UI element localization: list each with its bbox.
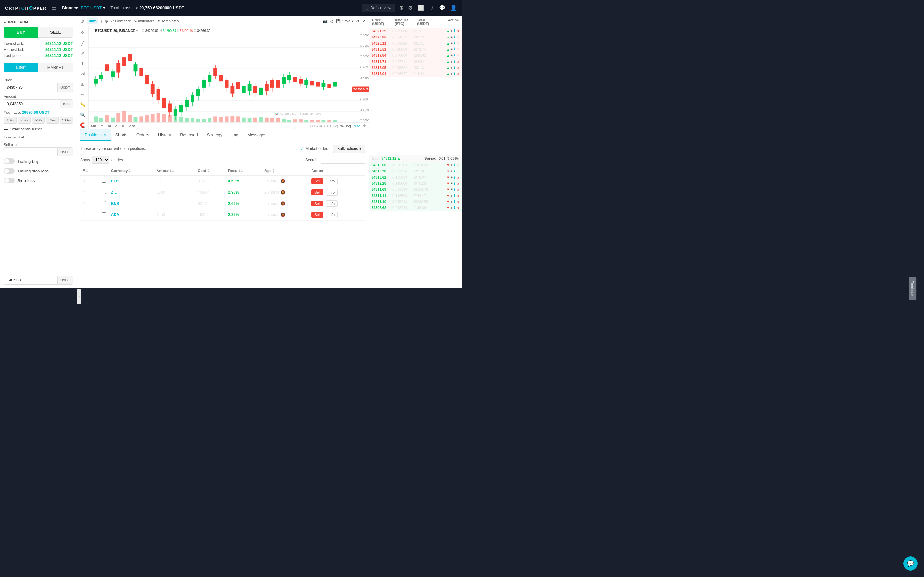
bottom-value-input[interactable] <box>4 276 57 284</box>
bid-row[interactable]: 34316.00 1.626763 55824.00 ▼ + ℹ ✕ <box>369 162 462 168</box>
5d-button[interactable]: 5d <box>113 124 118 128</box>
bid-row[interactable]: 34311.69 0.383390 13154.76 ▼ + ℹ ✕ <box>369 187 462 193</box>
fullscreen-icon[interactable]: ⤢ <box>362 19 365 23</box>
tab-messages[interactable]: Messages <box>243 129 271 141</box>
order-config-toggle[interactable]: — Order configuration <box>4 127 73 131</box>
pct-100-button[interactable]: 100% <box>60 117 73 124</box>
sell-button[interactable]: Sell <box>311 201 323 206</box>
pct-toggle[interactable]: % <box>341 124 344 128</box>
chat-icon[interactable]: 💬 <box>439 5 445 11</box>
pct-50-button[interactable]: 50% <box>32 117 45 124</box>
trailing-buy-toggle[interactable] <box>4 158 15 164</box>
ask-plus-icon[interactable]: + <box>451 41 453 45</box>
ask-row[interactable]: 34318.51 0.040000 1372.74 ▲ + ℹ ✕ <box>369 46 462 52</box>
display-icon[interactable]: ⬜ <box>418 5 424 11</box>
magnet-tool[interactable]: 🧲 <box>79 121 87 129</box>
row-checkbox[interactable] <box>102 179 106 183</box>
exchange-selector[interactable]: Binance: BTC/USDT ▾ <box>62 5 105 10</box>
sell-button[interactable]: Sell <box>311 212 323 218</box>
bulk-actions-button[interactable]: Bulk actions ▾ <box>333 145 365 153</box>
ask-row[interactable]: 34316.05 0.005832 200.13 ▲ + ℹ ✕ <box>369 64 462 71</box>
tab-shorts[interactable]: Shorts <box>111 129 132 141</box>
grid-tool[interactable]: ⊞ <box>79 80 86 88</box>
price-input[interactable] <box>4 83 57 92</box>
forecast-tool[interactable]: ⋈ <box>79 70 86 77</box>
ask-plus-icon[interactable]: + <box>451 60 453 63</box>
ask-row[interactable]: 34317.84 0.270000 9265.82 ▲ + ℹ ✕ <box>369 52 462 58</box>
pct-75-button[interactable]: 75% <box>46 117 59 124</box>
currency-link[interactable]: ETH <box>111 179 119 183</box>
log-toggle[interactable]: log <box>346 124 351 128</box>
ask-row[interactable]: 34320.85 0.014572 500.12 ▲ + ℹ ✕ <box>369 34 462 40</box>
templates-button[interactable]: ≋ Templates <box>157 19 179 23</box>
entries-select[interactable]: 100 50 25 <box>92 156 110 164</box>
text-tool[interactable]: T <box>80 60 86 67</box>
sell-price-input[interactable] <box>4 148 57 156</box>
goto-button[interactable]: Go to... <box>126 124 138 128</box>
bid-row[interactable]: 34311.10 1.055243 36206.55 ▼ + ℹ ✕ <box>369 199 462 205</box>
ask-row[interactable]: 34317.71 0.007711 264.62 ▲ + ℹ ✕ <box>369 58 462 64</box>
3m-button[interactable]: 3m <box>99 124 103 128</box>
tab-orders[interactable]: Orders <box>132 129 153 141</box>
limit-button[interactable]: LIMIT <box>4 63 39 72</box>
bid-row[interactable]: 34308.62 0.063736 2186.69 ▼ + ℹ ✕ <box>369 205 462 211</box>
bid-row[interactable]: 34312.28 0.145000 4975.28 ▼ + ℹ ✕ <box>369 181 462 187</box>
default-view-button[interactable]: ⊞ Default view <box>362 4 395 12</box>
info-button[interactable]: Info <box>326 178 338 184</box>
currency-link[interactable]: ZIL <box>111 190 117 195</box>
logo[interactable]: CRYPTOH⊙PPER <box>5 5 47 11</box>
6m-button[interactable]: 6m <box>91 124 96 128</box>
settings-circle-icon[interactable]: ◎ <box>330 19 333 23</box>
auto-toggle[interactable]: auto <box>354 124 360 128</box>
arrow-tool[interactable]: ↗ <box>79 49 86 57</box>
ask-row[interactable]: 34320.11 0.003826 131.31 ▲ + ℹ ✕ <box>369 40 462 46</box>
tab-reserved[interactable]: Reserved <box>176 129 202 141</box>
hamburger-menu-icon[interactable]: ☰ <box>52 5 57 11</box>
chart-settings-icon[interactable]: ⚙ <box>356 19 360 23</box>
indicators-button[interactable]: ∿ Indicators <box>134 19 155 23</box>
ask-info-icon[interactable]: ℹ <box>454 65 455 69</box>
ask-info-icon[interactable]: ℹ <box>454 41 455 45</box>
save-button[interactable]: 💾 Save ▾ <box>336 19 354 23</box>
ruler-tool[interactable]: 📏 <box>79 101 87 108</box>
ask-up-icon[interactable]: ▲ <box>446 60 450 63</box>
crosshair-tool[interactable]: ✛ <box>79 29 86 37</box>
compare-button[interactable]: ⇄ Compare <box>111 19 131 23</box>
market-button[interactable]: MARKET <box>39 63 73 72</box>
crosshair-icon[interactable]: ⊕ <box>105 19 108 24</box>
bid-row[interactable]: 34313.62 0.115959 3978.97 ▼ + ℹ ✕ <box>369 174 462 181</box>
sell-button[interactable]: SELL <box>38 27 73 37</box>
ask-plus-icon[interactable]: + <box>451 66 453 69</box>
currency-link[interactable]: BNB <box>111 201 120 206</box>
row-checkbox[interactable] <box>102 190 106 194</box>
pct-10-button[interactable]: 10% <box>4 117 17 124</box>
ask-row[interactable]: 34316.01 0.026647 914.42 ▲ + ℹ ✕ <box>369 71 462 77</box>
theme-icon[interactable]: ☽ <box>429 5 434 11</box>
tab-log[interactable]: Log <box>227 129 243 141</box>
amount-input[interactable] <box>4 100 60 108</box>
user-icon[interactable]: 👤 <box>451 5 457 11</box>
currency-icon[interactable]: $ <box>400 5 403 11</box>
1d-button[interactable]: 1d <box>120 124 124 128</box>
trailing-stoploss-toggle[interactable] <box>4 168 15 174</box>
tab-positions[interactable]: Positions ↻ <box>80 129 111 141</box>
info-button[interactable]: Info <box>326 211 338 218</box>
ask-up-icon[interactable]: ▲ <box>446 29 450 33</box>
row-checkbox[interactable] <box>102 201 106 205</box>
stop-loss-toggle[interactable] <box>4 177 15 183</box>
bid-row[interactable]: 34315.98 0.021354 732.78 ▼ + ℹ ✕ <box>369 168 462 174</box>
ask-row[interactable]: 34321.29 0.005000 171.61 ▲ + ℹ ✕ <box>369 28 462 34</box>
1m-button[interactable]: 1m <box>106 124 111 128</box>
bid-down-icon[interactable]: ▼ <box>446 169 450 173</box>
chart-config-icon[interactable]: ⚙ <box>363 124 366 128</box>
row-checkbox[interactable] <box>102 212 106 216</box>
buy-button[interactable]: BUY <box>4 27 38 37</box>
sell-button[interactable]: Sell <box>311 189 323 195</box>
sell-button[interactable]: Sell <box>311 178 323 184</box>
info-button[interactable]: Info <box>326 189 338 195</box>
ask-up-icon[interactable]: ▲ <box>446 41 450 45</box>
zoom-in-icon[interactable]: ⊕ <box>80 18 84 24</box>
camera-icon[interactable]: 📷 <box>323 19 328 23</box>
positions-refresh-icon[interactable]: ↻ <box>103 133 106 137</box>
pct-25-button[interactable]: 25% <box>18 117 31 124</box>
